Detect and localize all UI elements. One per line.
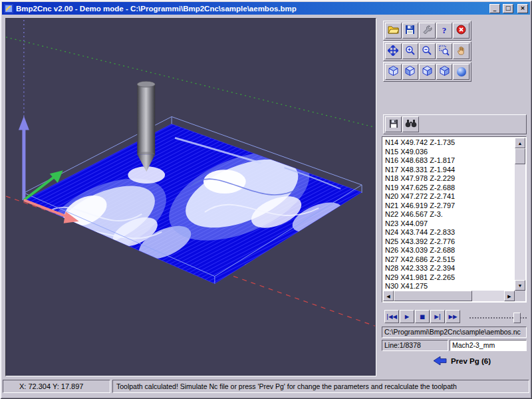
- gcode-line[interactable]: N28 X42.333 Z-2.394: [384, 264, 515, 273]
- gcode-line[interactable]: N15 X49.036: [384, 148, 515, 157]
- minimize-button[interactable]: _: [489, 4, 500, 13]
- wrench-icon: [422, 25, 432, 37]
- exit-button[interactable]: [453, 23, 469, 39]
- gcode-line[interactable]: N29 X41.981 Z-2.265: [384, 273, 515, 283]
- view-cube-top-button[interactable]: [385, 64, 402, 80]
- gcode-line[interactable]: N19 X47.625 Z-2.688: [384, 184, 515, 193]
- floppy-disk-small-icon: [389, 119, 398, 130]
- zoom-in-button[interactable]: [402, 43, 419, 59]
- horizontal-scrollbar[interactable]: ◀ ▶: [383, 291, 515, 301]
- vertical-scrollbar[interactable]: ▲ ▼: [515, 138, 525, 291]
- app-icon: [4, 4, 13, 13]
- viewport-3d[interactable]: [5, 18, 376, 376]
- gcode-line[interactable]: N24 X43.744 Z-2.833: [384, 228, 515, 237]
- title-bar[interactable]: Bmp2Cnc v2.00 - Demo mode - C:\Programmi…: [2, 2, 530, 15]
- gcode-line[interactable]: N14 X49.742 Z-1.735: [384, 138, 515, 148]
- cube-iso-icon: [439, 65, 450, 78]
- toolpath-scene: [6, 19, 376, 376]
- post-processor: Mach2-3_mm: [450, 340, 527, 351]
- sphere-icon: [457, 67, 466, 76]
- coordinates-panel: X: 72.304 Y: 17.897: [3, 380, 110, 393]
- projection-toolbar: [383, 62, 471, 82]
- gcode-line[interactable]: N25 X43.392 Z-2.776: [384, 237, 515, 247]
- open-folder-icon: [388, 25, 399, 37]
- floppy-disk-icon: [405, 25, 415, 37]
- gcode-line[interactable]: N20 X47.272 Z-2.741: [384, 192, 515, 201]
- cutter-tool: [137, 81, 155, 172]
- prev-pg-button[interactable]: Prev Pg (6): [419, 354, 505, 368]
- save-button[interactable]: [402, 23, 419, 39]
- close-button[interactable]: ×: [517, 4, 528, 13]
- status-message-panel: Toolpath calculated! Simulate Nc file or…: [112, 380, 529, 393]
- cube-front-icon: [404, 65, 416, 78]
- save-nc-button[interactable]: [385, 116, 402, 132]
- zoom-out-icon: [422, 45, 432, 58]
- zoom-extents-button[interactable]: [385, 43, 402, 59]
- stop-button[interactable]: ■: [415, 310, 430, 323]
- go-to-start-button[interactable]: |◀◀: [384, 310, 399, 323]
- gcode-line[interactable]: N30 X41.275: [384, 282, 515, 291]
- cube-top-icon: [388, 65, 399, 78]
- help-button[interactable]: ?: [436, 23, 453, 39]
- gcode-line[interactable]: N22 X46.567 Z-3.: [384, 210, 515, 219]
- open-button[interactable]: [385, 23, 402, 39]
- cube-side-icon: [422, 65, 433, 78]
- binoculars-icon: [405, 119, 417, 130]
- nc-toolbar: [383, 114, 527, 134]
- gcode-line[interactable]: N21 X46.919 Z-2.797: [384, 201, 515, 211]
- speed-slider[interactable]: [469, 311, 527, 325]
- find-button[interactable]: [402, 116, 419, 132]
- nc-file-path: C:\Programmi\Bmp2Cnc\sample\aembos.nc: [382, 327, 527, 338]
- gcode-line[interactable]: N16 X48.683 Z-1.817: [384, 156, 515, 166]
- slider-thumb[interactable]: [513, 313, 521, 323]
- hand-icon: [456, 45, 467, 58]
- scroll-up-button[interactable]: ▲: [515, 138, 525, 148]
- line-counter: Line:1/8378: [382, 340, 448, 351]
- view-toolbar: [383, 41, 471, 61]
- zoom-window-icon: [439, 45, 450, 58]
- app-window: Bmp2Cnc v2.00 - Demo mode - C:\Programmi…: [0, 0, 532, 399]
- gcode-line[interactable]: N26 X43.039 Z-2.688: [384, 246, 515, 255]
- scroll-down-button[interactable]: ▼: [515, 280, 525, 291]
- four-way-arrows-icon: [388, 45, 398, 58]
- gcode-line[interactable]: N23 X44.097: [384, 219, 515, 229]
- horizontal-scroll-thumb[interactable]: [394, 291, 472, 301]
- window-title: Bmp2Cnc v2.00 - Demo mode - C:\Programmi…: [16, 5, 487, 13]
- prev-pg-label: Prev Pg (6): [451, 357, 491, 365]
- render-button[interactable]: [453, 64, 469, 80]
- gcode-line[interactable]: N17 X48.331 Z-1.944: [384, 166, 515, 175]
- view-cube-front-button[interactable]: [402, 64, 419, 80]
- scroll-right-button[interactable]: ▶: [504, 291, 515, 301]
- gcode-line[interactable]: N27 X42.686 Z-2.515: [384, 255, 515, 265]
- play-button[interactable]: ▶: [400, 310, 414, 323]
- vertical-scroll-thumb[interactable]: [515, 148, 525, 164]
- exit-icon: [456, 25, 466, 37]
- pan-button[interactable]: [453, 43, 469, 59]
- zoom-out-button[interactable]: [419, 43, 436, 59]
- view-cube-side-button[interactable]: [419, 64, 436, 80]
- scrollbar-corner: [515, 291, 525, 301]
- view-cube-iso-button[interactable]: [436, 64, 453, 80]
- gcode-line[interactable]: N18 X47.978 Z-2.229: [384, 174, 515, 184]
- help-icon: ?: [442, 25, 447, 36]
- step-forward-button[interactable]: ▶|: [430, 310, 445, 323]
- maximize-button[interactable]: □: [503, 4, 513, 13]
- zoom-window-button[interactable]: [436, 43, 453, 59]
- gcode-listbox[interactable]: N14 X49.742 Z-1.735N15 X49.036N16 X48.68…: [382, 136, 527, 303]
- zoom-in-icon: [405, 45, 416, 58]
- file-toolbar: ?: [383, 21, 471, 41]
- fast-forward-button[interactable]: ▶▶: [446, 310, 460, 323]
- prev-arrow-icon: [434, 356, 447, 365]
- tool-setup-button[interactable]: [419, 23, 436, 39]
- gcode-lines: N14 X49.742 Z-1.735N15 X49.036N16 X48.68…: [384, 138, 515, 291]
- scroll-left-button[interactable]: ◀: [383, 291, 394, 301]
- y-axis-dotted-line: [6, 37, 375, 127]
